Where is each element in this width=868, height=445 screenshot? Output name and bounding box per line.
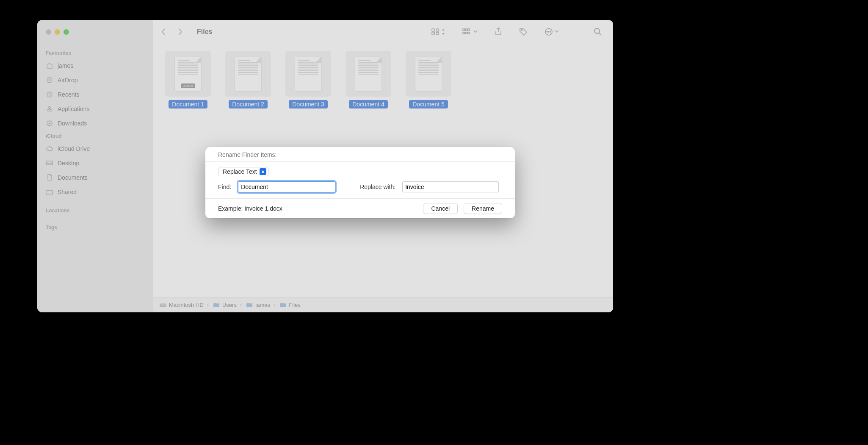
sidebar-section-icloud: iCloud — [37, 131, 153, 142]
sidebar-item-label: Recents — [58, 91, 79, 98]
sidebar-section-tags: Tags — [37, 222, 153, 233]
document-icon — [355, 57, 381, 91]
sidebar-item-applications[interactable]: Applications — [37, 102, 153, 116]
clock-icon — [46, 91, 53, 98]
home-icon — [46, 62, 53, 70]
search-button[interactable] — [591, 26, 605, 38]
svg-point-15 — [521, 29, 522, 31]
file-name-label[interactable]: Document 2 — [229, 100, 267, 108]
sidebar-item-label: Applications — [58, 106, 90, 112]
path-crumb[interactable]: Macintosh HD › — [160, 302, 210, 308]
more-button[interactable] — [542, 26, 561, 38]
search-icon — [594, 28, 602, 36]
share-button[interactable] — [492, 26, 505, 38]
file-thumbnail — [406, 51, 451, 97]
svg-rect-14 — [468, 32, 470, 34]
nav-forward-button[interactable] — [176, 27, 185, 36]
file-item[interactable]: Document 5 — [405, 51, 452, 108]
path-label: james — [255, 302, 270, 308]
sidebar-item-shared[interactable]: Shared — [37, 185, 153, 199]
svg-rect-21 — [160, 304, 166, 307]
sidebar-item-label: Desktop — [58, 160, 79, 167]
file-item[interactable]: Document 4 — [345, 51, 392, 108]
traffic-lights — [37, 29, 153, 35]
file-thumbnail — [285, 51, 331, 97]
path-label: Files — [289, 302, 300, 308]
svg-point-17 — [547, 31, 547, 32]
sidebar-item-recents[interactable]: Recents — [37, 87, 153, 102]
sidebar-item-label: Downloads — [58, 120, 87, 127]
sidebar-item-icloud-drive[interactable]: iCloud Drive — [37, 142, 153, 156]
chevron-down-icon — [473, 30, 478, 33]
replace-input[interactable] — [402, 181, 499, 192]
cloud-icon — [46, 145, 53, 153]
svg-point-20 — [594, 28, 600, 33]
rename-mode-select[interactable]: Replace Text — [218, 167, 268, 176]
grid-icon — [431, 28, 440, 36]
svg-rect-6 — [436, 29, 439, 31]
file-item[interactable]: DOCX Document 1 — [165, 51, 211, 108]
file-item[interactable]: Document 2 — [225, 51, 271, 108]
path-label: Macintosh HD — [169, 302, 204, 308]
finder-window: Favourites james AirDrop Recents Applica… — [37, 20, 613, 312]
sidebar-item-label: james — [58, 62, 73, 69]
find-label: Find: — [218, 184, 231, 190]
file-thumbnail: DOCX — [165, 51, 211, 97]
sidebar-item-home[interactable]: james — [37, 58, 153, 73]
zoom-window-button[interactable] — [64, 29, 69, 35]
ellipsis-circle-icon — [545, 28, 553, 36]
path-crumb[interactable]: Users › — [213, 302, 243, 308]
chevron-down-icon — [555, 30, 559, 33]
find-input[interactable] — [238, 181, 335, 192]
toolbar: Files — [153, 20, 613, 43]
nav-back-button[interactable] — [159, 27, 168, 36]
download-icon — [46, 120, 53, 127]
rename-mode-label: Replace Text — [223, 168, 257, 175]
file-name-label[interactable]: Document 3 — [289, 100, 327, 108]
svg-rect-7 — [432, 32, 434, 35]
replace-label: Replace with: — [360, 184, 395, 190]
view-mode-button[interactable] — [428, 26, 448, 37]
sidebar-item-label: Shared — [58, 189, 77, 195]
sidebar-item-documents[interactable]: Documents — [37, 170, 153, 185]
sidebar-item-desktop[interactable]: Desktop — [37, 156, 153, 170]
minimize-window-button[interactable] — [55, 29, 60, 35]
path-crumb[interactable]: james › — [246, 302, 276, 308]
sidebar-item-airdrop[interactable]: AirDrop — [37, 73, 153, 87]
example-text: Example: Invoice 1.docx — [218, 205, 282, 212]
folder-icon — [279, 303, 286, 308]
path-bar: Macintosh HD › Users › james › Files — [153, 297, 613, 312]
svg-rect-11 — [468, 29, 470, 31]
file-thumbnail — [225, 51, 271, 97]
folder-icon — [213, 303, 220, 308]
dialog-title: Rename Finder Items: — [205, 147, 515, 161]
file-thumbnail — [346, 51, 391, 97]
documents-icon — [46, 174, 53, 181]
group-by-button[interactable] — [460, 27, 480, 37]
sidebar-item-label: Documents — [58, 174, 88, 181]
chevron-updown-icon — [260, 168, 266, 175]
file-name-label[interactable]: Document 1 — [169, 100, 207, 108]
rename-button[interactable]: Rename — [464, 203, 502, 214]
desktop-icon — [46, 159, 53, 167]
document-icon — [415, 57, 442, 91]
path-label: Users — [222, 302, 237, 308]
group-icon — [462, 28, 472, 35]
svg-rect-10 — [465, 29, 467, 31]
svg-rect-4 — [47, 161, 53, 165]
close-window-button[interactable] — [46, 29, 51, 35]
shared-icon — [46, 188, 53, 196]
window-title: Files — [197, 28, 212, 36]
file-item[interactable]: Document 3 — [285, 51, 332, 108]
path-crumb[interactable]: Files — [279, 302, 300, 308]
file-name-label[interactable]: Document 5 — [409, 100, 448, 108]
folder-icon — [246, 303, 253, 308]
tag-button[interactable] — [517, 26, 530, 38]
file-name-label[interactable]: Document 4 — [349, 100, 387, 108]
sidebar-item-downloads[interactable]: Downloads — [37, 116, 153, 131]
chevron-right-icon: › — [207, 302, 209, 308]
sidebar-section-favourites: Favourites — [37, 47, 153, 58]
document-icon — [295, 57, 321, 91]
svg-point-19 — [550, 31, 551, 32]
cancel-button[interactable]: Cancel — [423, 203, 458, 214]
